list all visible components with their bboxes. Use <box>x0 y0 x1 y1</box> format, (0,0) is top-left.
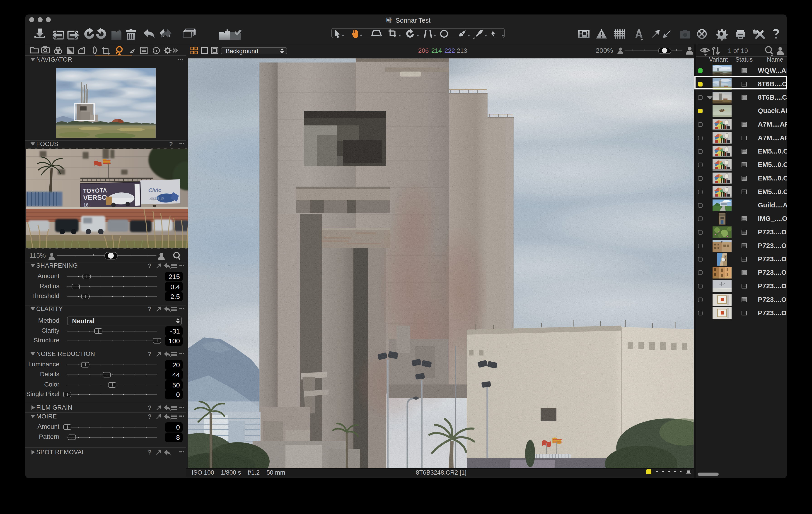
svg-text:TOYOTA: TOYOTA <box>83 187 107 194</box>
svg-text:18.: 18. <box>83 202 90 207</box>
svg-text:DESDE 15: DESDE 15 <box>148 196 164 201</box>
svg-text:VERSO: VERSO <box>83 193 107 202</box>
svg-text:Civic: Civic <box>148 187 161 193</box>
